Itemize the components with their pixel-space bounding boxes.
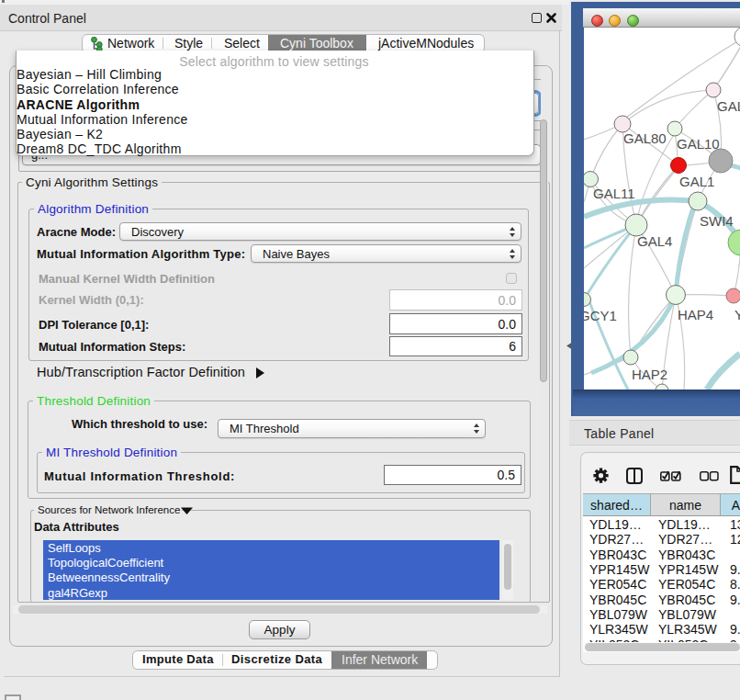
svg-text:HAP2: HAP2 [632, 367, 667, 382]
svg-text:HAP4: HAP4 [678, 307, 713, 322]
svg-text:SWI4: SWI4 [700, 213, 734, 229]
svg-text:GCY1: GCY1 [584, 308, 617, 323]
svg-text:GAL7: GAL7 [717, 98, 740, 114]
svg-text:GAL80: GAL80 [623, 130, 667, 146]
svg-text:GAL11: GAL11 [593, 186, 635, 201]
svg-text:YL: YL [734, 307, 740, 322]
svg-text:GAL1: GAL1 [679, 174, 714, 189]
svg-text:GAL4: GAL4 [637, 233, 672, 249]
svg-text:GAL10: GAL10 [677, 136, 720, 152]
